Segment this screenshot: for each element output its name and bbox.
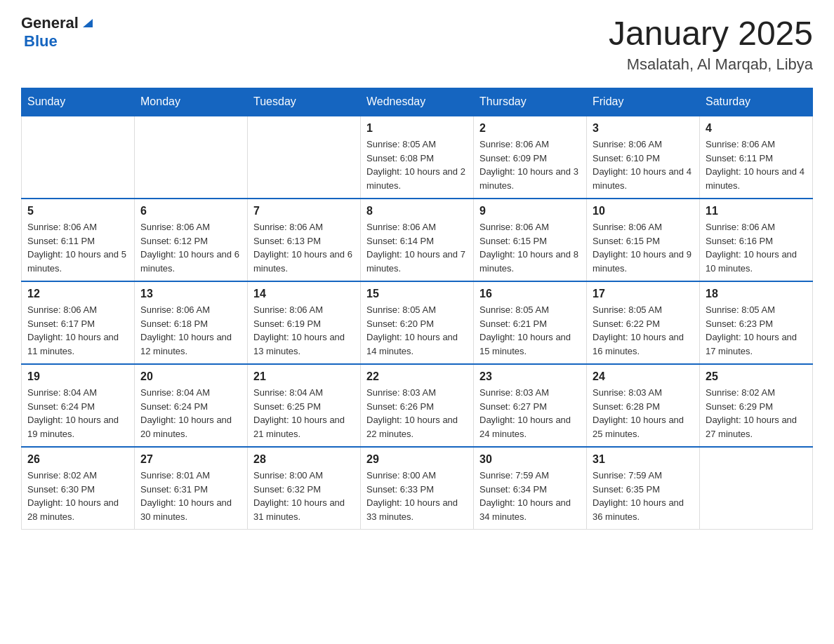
weekday-header-sunday: Sunday <box>22 88 135 116</box>
calendar-cell: 20Sunrise: 8:04 AM Sunset: 6:24 PM Dayli… <box>135 364 248 447</box>
calendar-cell: 9Sunrise: 8:06 AM Sunset: 6:15 PM Daylig… <box>474 199 587 281</box>
weekday-header-thursday: Thursday <box>474 88 587 116</box>
day-info: Sunrise: 8:06 AM Sunset: 6:13 PM Dayligh… <box>253 220 355 275</box>
calendar-title: January 2025 <box>609 14 813 53</box>
day-info: Sunrise: 8:06 AM Sunset: 6:16 PM Dayligh… <box>706 220 807 275</box>
day-number: 1 <box>366 122 468 135</box>
day-number: 10 <box>593 205 694 217</box>
day-info: Sunrise: 8:05 AM Sunset: 6:20 PM Dayligh… <box>366 303 468 358</box>
day-info: Sunrise: 7:59 AM Sunset: 6:34 PM Dayligh… <box>479 469 581 523</box>
day-info: Sunrise: 8:05 AM Sunset: 6:22 PM Dayligh… <box>593 303 694 358</box>
day-number: 21 <box>253 370 355 383</box>
day-number: 19 <box>27 370 128 383</box>
day-number: 20 <box>140 370 241 383</box>
calendar-cell: 27Sunrise: 8:01 AM Sunset: 6:31 PM Dayli… <box>135 447 248 530</box>
calendar-cell: 6Sunrise: 8:06 AM Sunset: 6:12 PM Daylig… <box>135 199 248 281</box>
day-info: Sunrise: 8:05 AM Sunset: 6:23 PM Dayligh… <box>706 303 807 358</box>
day-number: 2 <box>479 122 581 135</box>
day-number: 14 <box>253 288 355 300</box>
weekday-header-row: SundayMondayTuesdayWednesdayThursdayFrid… <box>22 88 813 116</box>
day-number: 17 <box>593 288 694 300</box>
day-info: Sunrise: 8:04 AM Sunset: 6:24 PM Dayligh… <box>27 386 128 441</box>
calendar-subtitle: Msalatah, Al Marqab, Libya <box>609 55 813 74</box>
calendar-body: 1Sunrise: 8:05 AM Sunset: 6:08 PM Daylig… <box>22 116 813 530</box>
day-number: 8 <box>366 205 468 217</box>
calendar-header: SundayMondayTuesdayWednesdayThursdayFrid… <box>22 88 813 116</box>
day-number: 28 <box>253 453 355 466</box>
day-number: 9 <box>479 205 581 217</box>
week-row-4: 19Sunrise: 8:04 AM Sunset: 6:24 PM Dayli… <box>22 364 813 447</box>
day-info: Sunrise: 8:05 AM Sunset: 6:08 PM Dayligh… <box>366 137 468 192</box>
calendar-cell: 25Sunrise: 8:02 AM Sunset: 6:29 PM Dayli… <box>700 364 813 447</box>
calendar-cell: 8Sunrise: 8:06 AM Sunset: 6:14 PM Daylig… <box>361 199 474 281</box>
day-info: Sunrise: 8:00 AM Sunset: 6:33 PM Dayligh… <box>366 469 468 523</box>
logo-general-text: General <box>21 14 79 32</box>
calendar-cell: 19Sunrise: 8:04 AM Sunset: 6:24 PM Dayli… <box>22 364 135 447</box>
title-section: January 2025 Msalatah, Al Marqab, Libya <box>609 14 813 74</box>
day-info: Sunrise: 8:06 AM Sunset: 6:09 PM Dayligh… <box>479 137 581 192</box>
day-info: Sunrise: 8:02 AM Sunset: 6:30 PM Dayligh… <box>27 469 128 523</box>
weekday-header-tuesday: Tuesday <box>248 88 361 116</box>
calendar-cell: 31Sunrise: 7:59 AM Sunset: 6:35 PM Dayli… <box>587 447 700 530</box>
day-number: 3 <box>593 122 694 135</box>
week-row-2: 5Sunrise: 8:06 AM Sunset: 6:11 PM Daylig… <box>22 199 813 281</box>
calendar-cell: 3Sunrise: 8:06 AM Sunset: 6:10 PM Daylig… <box>587 116 700 199</box>
day-number: 6 <box>140 205 241 217</box>
weekday-header-saturday: Saturday <box>700 88 813 116</box>
day-number: 31 <box>593 453 694 466</box>
calendar-cell: 14Sunrise: 8:06 AM Sunset: 6:19 PM Dayli… <box>248 281 361 364</box>
page-header: General Blue January 2025 Msalatah, Al M… <box>21 14 813 74</box>
calendar-cell: 5Sunrise: 8:06 AM Sunset: 6:11 PM Daylig… <box>22 199 135 281</box>
day-info: Sunrise: 8:06 AM Sunset: 6:11 PM Dayligh… <box>706 137 807 192</box>
calendar-cell: 11Sunrise: 8:06 AM Sunset: 6:16 PM Dayli… <box>700 199 813 281</box>
calendar-cell: 30Sunrise: 7:59 AM Sunset: 6:34 PM Dayli… <box>474 447 587 530</box>
calendar-cell <box>700 447 813 530</box>
calendar-cell: 18Sunrise: 8:05 AM Sunset: 6:23 PM Dayli… <box>700 281 813 364</box>
calendar-cell: 13Sunrise: 8:06 AM Sunset: 6:18 PM Dayli… <box>135 281 248 364</box>
day-number: 23 <box>479 370 581 383</box>
day-number: 29 <box>366 453 468 466</box>
day-info: Sunrise: 7:59 AM Sunset: 6:35 PM Dayligh… <box>593 469 694 523</box>
logo: General Blue <box>21 14 95 51</box>
day-info: Sunrise: 8:03 AM Sunset: 6:26 PM Dayligh… <box>366 386 468 441</box>
day-number: 4 <box>706 122 807 135</box>
day-number: 27 <box>140 453 241 466</box>
day-info: Sunrise: 8:06 AM Sunset: 6:17 PM Dayligh… <box>27 303 128 358</box>
calendar-cell: 29Sunrise: 8:00 AM Sunset: 6:33 PM Dayli… <box>361 447 474 530</box>
day-info: Sunrise: 8:03 AM Sunset: 6:28 PM Dayligh… <box>593 386 694 441</box>
day-number: 18 <box>706 288 807 300</box>
day-info: Sunrise: 8:06 AM Sunset: 6:11 PM Dayligh… <box>27 220 128 275</box>
day-info: Sunrise: 8:06 AM Sunset: 6:15 PM Dayligh… <box>593 220 694 275</box>
week-row-1: 1Sunrise: 8:05 AM Sunset: 6:08 PM Daylig… <box>22 116 813 199</box>
day-number: 11 <box>706 205 807 217</box>
day-number: 7 <box>253 205 355 217</box>
weekday-header-wednesday: Wednesday <box>361 88 474 116</box>
day-info: Sunrise: 8:04 AM Sunset: 6:24 PM Dayligh… <box>140 386 241 441</box>
calendar-cell: 21Sunrise: 8:04 AM Sunset: 6:25 PM Dayli… <box>248 364 361 447</box>
calendar-cell: 26Sunrise: 8:02 AM Sunset: 6:30 PM Dayli… <box>22 447 135 530</box>
calendar-cell: 28Sunrise: 8:00 AM Sunset: 6:32 PM Dayli… <box>248 447 361 530</box>
calendar-cell: 24Sunrise: 8:03 AM Sunset: 6:28 PM Dayli… <box>587 364 700 447</box>
calendar-cell <box>22 116 135 199</box>
day-number: 16 <box>479 288 581 300</box>
calendar-cell: 2Sunrise: 8:06 AM Sunset: 6:09 PM Daylig… <box>474 116 587 199</box>
day-info: Sunrise: 8:05 AM Sunset: 6:21 PM Dayligh… <box>479 303 581 358</box>
day-info: Sunrise: 8:02 AM Sunset: 6:29 PM Dayligh… <box>706 386 807 441</box>
week-row-5: 26Sunrise: 8:02 AM Sunset: 6:30 PM Dayli… <box>22 447 813 530</box>
calendar-cell <box>135 116 248 199</box>
day-number: 13 <box>140 288 241 300</box>
calendar-cell: 10Sunrise: 8:06 AM Sunset: 6:15 PM Dayli… <box>587 199 700 281</box>
day-number: 5 <box>27 205 128 217</box>
day-info: Sunrise: 8:03 AM Sunset: 6:27 PM Dayligh… <box>479 386 581 441</box>
calendar-cell: 12Sunrise: 8:06 AM Sunset: 6:17 PM Dayli… <box>22 281 135 364</box>
day-number: 24 <box>593 370 694 383</box>
calendar-cell: 1Sunrise: 8:05 AM Sunset: 6:08 PM Daylig… <box>361 116 474 199</box>
day-info: Sunrise: 8:06 AM Sunset: 6:18 PM Dayligh… <box>140 303 241 358</box>
day-info: Sunrise: 8:06 AM Sunset: 6:15 PM Dayligh… <box>479 220 581 275</box>
weekday-header-friday: Friday <box>587 88 700 116</box>
logo-blue-text: Blue <box>24 32 58 51</box>
day-info: Sunrise: 8:06 AM Sunset: 6:14 PM Dayligh… <box>366 220 468 275</box>
day-info: Sunrise: 8:04 AM Sunset: 6:25 PM Dayligh… <box>253 386 355 441</box>
day-number: 12 <box>27 288 128 300</box>
calendar-table: SundayMondayTuesdayWednesdayThursdayFrid… <box>21 88 813 530</box>
